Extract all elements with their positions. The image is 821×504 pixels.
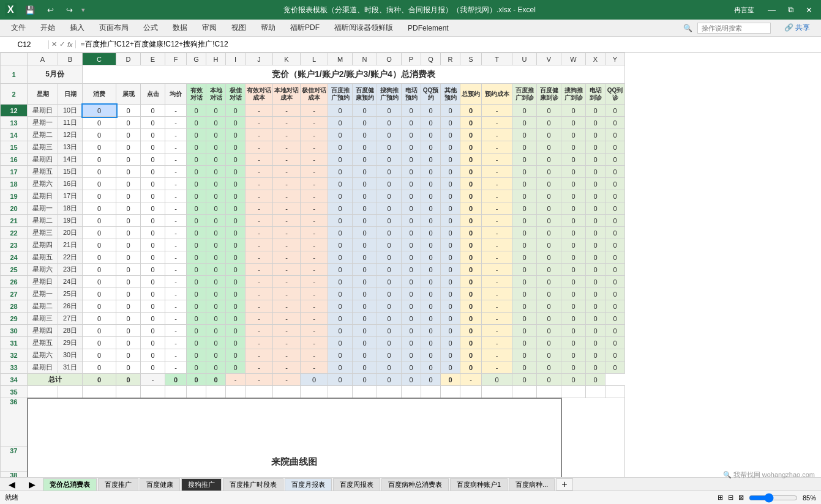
col-Q[interactable]: Q	[421, 53, 441, 65]
ribbon-tab-data[interactable]: 数据	[167, 20, 193, 35]
sheet-tab-disease-acct1[interactable]: 百度病种账户1	[450, 478, 508, 491]
undo-button[interactable]: ↩	[43, 4, 58, 16]
header-health-visit: 百度健康到诊	[537, 84, 561, 105]
ribbon-tab-view[interactable]: 视图	[225, 20, 252, 35]
add-sheet-button[interactable]: +	[556, 478, 572, 491]
sheet-tab-disease-more[interactable]: 百度病种...	[509, 478, 555, 491]
ribbon-tab-review[interactable]: 审阅	[196, 20, 223, 35]
table-row: 19星期日17日000-000---0000000-00000	[1, 190, 796, 202]
redo-button[interactable]: ↪	[62, 4, 77, 16]
sheet-tab-monthly[interactable]: 百度月报表	[285, 478, 332, 491]
table-row: 16星期四14日000-000---0000000-00000	[1, 154, 796, 166]
col-F[interactable]: F	[165, 53, 187, 65]
col-O[interactable]: O	[377, 53, 402, 65]
col-U[interactable]: U	[512, 53, 537, 65]
col-K[interactable]: K	[273, 53, 301, 65]
status-bar: 就绪 ⊞ ⊟ ⊠ 85%	[0, 491, 821, 504]
ribbon-tab-file[interactable]: 文件	[5, 20, 32, 35]
header-click: 点击	[141, 84, 165, 105]
table-row: 21星期二19日000-000---0000000-00000	[1, 215, 796, 227]
sheet-tab-baidu[interactable]: 百度推广	[98, 478, 138, 491]
ribbon-tab-foxitreader[interactable]: 福昕阅读器领鲜版	[328, 20, 399, 35]
formula-text: =百度推广!C12+百度健康!C12+搜狗推广!C12	[81, 40, 228, 48]
col-E[interactable]: E	[141, 53, 165, 65]
table-row: 29星期三27日000-000---0000000-00000	[1, 313, 796, 325]
col-S[interactable]: S	[460, 53, 482, 65]
nav-next-sheets[interactable]: ▶	[23, 478, 42, 491]
col-X[interactable]: X	[586, 53, 605, 65]
header-day: 日期	[58, 84, 83, 105]
ribbon-tab-formula[interactable]: 公式	[137, 20, 164, 35]
ribbon-tab-pdfelement[interactable]: PDFelement	[402, 21, 455, 35]
confirm-formula-icon[interactable]: ✓	[59, 40, 65, 48]
cancel-formula-icon[interactable]: ✕	[51, 40, 57, 48]
col-J[interactable]: J	[246, 53, 273, 65]
col-L[interactable]: L	[301, 53, 328, 65]
header-valid-cost: 有效对话成本	[246, 84, 273, 105]
formula-input[interactable]: =百度推广!C12+百度健康!C12+搜狗推广!C12	[76, 39, 821, 50]
col-V[interactable]: V	[537, 53, 561, 65]
col-W[interactable]: W	[561, 53, 586, 65]
col-T[interactable]: T	[482, 53, 512, 65]
status-left: 就绪	[5, 493, 18, 502]
close-button[interactable]: ✕	[802, 4, 816, 16]
col-A[interactable]: A	[28, 53, 58, 65]
header-local-talk: 本地对话	[206, 84, 226, 105]
search-input[interactable]	[697, 23, 771, 34]
ribbon-tab-layout[interactable]: 页面布局	[93, 20, 135, 35]
sheet-tab-disease-total[interactable]: 百度病种总消费表	[381, 478, 449, 491]
view-page-break-icon[interactable]: ⊠	[738, 494, 744, 502]
window-title: 竞价报表模板（分渠道、时段、病种、合同报月报）（我帮找网）.xlsx - Exc…	[85, 5, 734, 15]
restore-button[interactable]: ⧉	[784, 4, 797, 16]
spreadsheet-container: A B C D E F G H I J K L M N O P Q	[0, 53, 821, 477]
header-avg-price: 均价	[165, 84, 187, 105]
col-D[interactable]: D	[116, 53, 141, 65]
scroll-area[interactable]: A B C D E F G H I J K L M N O P Q	[0, 53, 821, 477]
ribbon-tab-home[interactable]: 开始	[34, 20, 61, 35]
ribbon-tab-help[interactable]: 帮助	[255, 20, 282, 35]
header-other-appt: 其他预约	[441, 84, 460, 105]
sheet-tab-total[interactable]: 竞价总消费表	[43, 478, 97, 491]
col-I[interactable]: I	[226, 53, 246, 65]
nav-prev-sheets[interactable]: ◀	[2, 478, 21, 491]
col-Y[interactable]: Y	[605, 53, 625, 65]
user-name: 冉言蓝	[734, 6, 754, 15]
header-cost: 消费	[83, 84, 116, 105]
col-P[interactable]: P	[402, 53, 421, 65]
sheet-tab-sougou[interactable]: 搜狗推广	[181, 478, 222, 491]
save-button[interactable]: 💾	[21, 4, 39, 16]
header-sougou-visit: 搜狗推广到诊	[561, 84, 586, 105]
header-sougou-appt: 搜狗推广预约	[377, 84, 402, 105]
table-row: 27星期一25日000-000---0000000-00000	[1, 288, 796, 300]
col-N[interactable]: N	[353, 53, 377, 65]
table-row: 12星期日10日000-000---0000000-00000	[1, 105, 796, 117]
header-qq-appt: QQ预约	[421, 84, 441, 105]
row-1: 1 5月份 竞价（账户1/账户2/账户3/账户4）总消费表	[1, 65, 796, 84]
col-C[interactable]: C	[83, 53, 116, 65]
sheet-tab-baidu-time[interactable]: 百度推广时段表	[223, 478, 283, 491]
col-B[interactable]: B	[58, 53, 83, 65]
ribbon-tab-foxitpdf[interactable]: 福昕PDF	[284, 20, 326, 35]
minimize-button[interactable]: —	[764, 4, 779, 16]
insert-function-icon[interactable]: fx	[67, 41, 73, 48]
zoom-slider[interactable]	[749, 493, 798, 503]
col-R[interactable]: R	[441, 53, 460, 65]
title-text: 竞价报表模板（分渠道、时段、病种、合同报月报）（我帮找网）.xlsx - Exc…	[283, 6, 536, 14]
zoom-level: 85%	[803, 494, 816, 502]
empty-row-35: 35	[1, 386, 796, 398]
ribbon-tab-insert[interactable]: 插入	[64, 20, 91, 35]
col-M[interactable]: M	[328, 53, 353, 65]
header-qq-visit: QQ到诊	[605, 84, 625, 105]
table-row: 23星期四21日000-000---0000000-00000	[1, 239, 796, 251]
header-health-appt: 百度健康预约	[353, 84, 377, 105]
sheet-tab-health[interactable]: 百度健康	[140, 478, 180, 491]
chart-area: 来院曲线图	[28, 398, 561, 478]
view-normal-icon[interactable]: ⊞	[718, 494, 723, 502]
cell-reference: C12	[0, 40, 49, 49]
col-G[interactable]: G	[187, 53, 206, 65]
sheet-tab-weekly[interactable]: 百度周报表	[333, 478, 380, 491]
share-button[interactable]: 🔗 共享	[778, 20, 816, 35]
view-layout-icon[interactable]: ⊟	[728, 494, 733, 502]
col-H[interactable]: H	[206, 53, 226, 65]
header-phone-visit: 电话到诊	[586, 84, 605, 105]
